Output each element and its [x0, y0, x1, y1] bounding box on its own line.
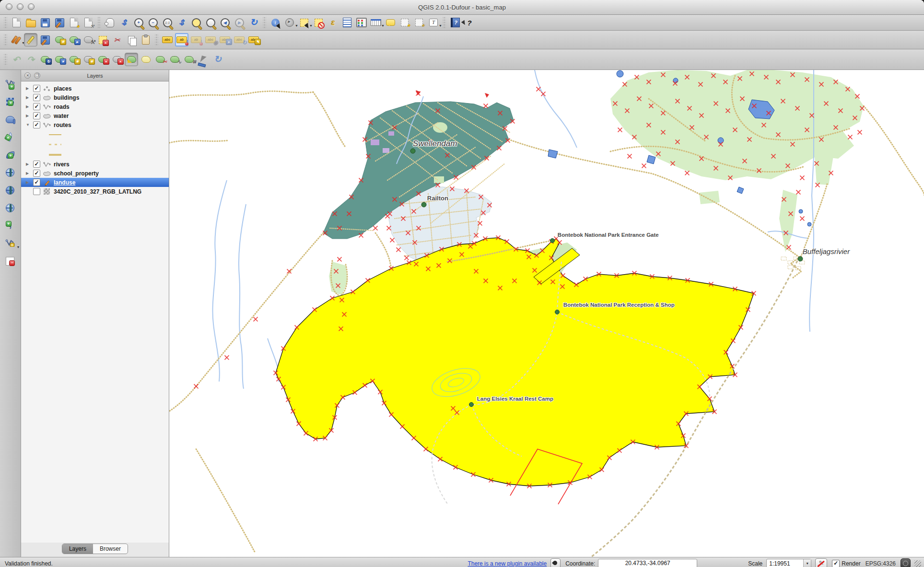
layer-checkbox[interactable]: ✓	[33, 188, 40, 195]
change-label-properties-button[interactable]: abc✎	[247, 33, 260, 46]
pan-map-button[interactable]	[103, 16, 117, 29]
add-mssql-layer-button[interactable]	[2, 148, 18, 162]
identify-features-button[interactable]: i	[269, 16, 282, 29]
expand-icon[interactable]: ▶	[26, 114, 31, 118]
stop-render-button[interactable]: ✎	[815, 558, 827, 567]
tab-layers[interactable]: Layers	[62, 544, 93, 554]
current-edits-button[interactable]: ▼	[10, 33, 23, 46]
layer-checkbox[interactable]: ✓	[33, 94, 40, 101]
layer-checkbox[interactable]: ✓	[33, 103, 40, 110]
remove-layer-button[interactable]	[2, 254, 18, 268]
expand-icon[interactable]: ▶	[26, 95, 31, 100]
zoom-out-button[interactable]: −	[146, 16, 160, 29]
undo-button[interactable]: ↶	[10, 53, 23, 66]
text-annotation-button[interactable]: T▼	[427, 16, 440, 29]
paste-features-button[interactable]	[139, 33, 152, 46]
add-wcs-layer-button[interactable]	[2, 183, 18, 197]
plugin-icon[interactable]	[550, 558, 561, 567]
refresh-map-button[interactable]: ↻	[247, 16, 260, 29]
toggle-editing-button[interactable]	[24, 33, 37, 46]
help-contents-button[interactable]: ?	[448, 16, 462, 29]
zoom-last-button[interactable]: ◀	[218, 16, 232, 29]
new-print-composer-button[interactable]: ★	[67, 16, 81, 29]
delete-part-button[interactable]: ×	[110, 53, 124, 66]
map-tips-button[interactable]	[384, 16, 397, 29]
zoom-to-selection-button[interactable]	[189, 16, 203, 29]
layer-row-buildings[interactable]: ▶ ✓ buildings	[21, 93, 169, 102]
scale-combo[interactable]: 1:19951 ▼	[766, 559, 811, 567]
layer-checkbox[interactable]: ✓	[33, 161, 40, 168]
layer-checkbox[interactable]: ✓	[33, 85, 40, 92]
add-wfs-layer-button[interactable]	[2, 201, 18, 215]
zoom-next-button[interactable]: ▶	[233, 16, 246, 29]
run-feature-action-button[interactable]: ▼	[283, 16, 296, 29]
simplify-feature-button[interactable]: ▾	[53, 53, 66, 66]
add-postgis-layer-button[interactable]	[2, 112, 18, 127]
whats-this-button[interactable]: ?	[463, 16, 476, 29]
field-calculator-button[interactable]	[355, 16, 368, 29]
layer-row-raster[interactable]: ▶ ✓ 3420C_2010_327_RGB_LATLNG	[21, 187, 169, 196]
expand-icon[interactable]: ▶	[26, 180, 31, 185]
layer-checkbox[interactable]: ✓	[33, 112, 40, 119]
delete-selected-button[interactable]: ×	[96, 33, 109, 46]
save-project-button[interactable]	[38, 16, 52, 29]
layer-row-water[interactable]: ▶ ✓ water	[21, 111, 169, 120]
new-bookmark-button[interactable]: ★	[398, 16, 411, 29]
reshape-features-button[interactable]	[125, 53, 138, 66]
add-delimited-text-layer-button[interactable]: ,	[2, 219, 18, 233]
select-features-button[interactable]: ▼	[297, 16, 311, 29]
new-project-button[interactable]	[10, 16, 23, 29]
pan-to-selection-button[interactable]: ⇔	[117, 16, 131, 29]
add-vector-layer-button[interactable]	[2, 77, 18, 91]
split-parts-button[interactable]: ∿	[168, 53, 181, 66]
rotate-label-button[interactable]: abc↻	[233, 33, 246, 46]
zoom-native-button[interactable]: 1:1	[161, 16, 174, 29]
minimize-window-button[interactable]	[17, 3, 23, 10]
merge-features-button[interactable]: ⌗	[182, 53, 196, 66]
tab-browser[interactable]: Browser	[93, 544, 128, 554]
layer-row-routes[interactable]: ▼ ✓ routes	[21, 120, 169, 129]
plugin-update-link[interactable]: There is a new plugin available	[468, 560, 547, 567]
routes-symbol-dashed[interactable]	[21, 139, 169, 150]
labeling-button[interactable]: abc	[161, 33, 174, 46]
layer-checkbox[interactable]: ✓	[33, 170, 40, 177]
split-features-button[interactable]: ✂	[153, 53, 167, 66]
add-part-button[interactable]: ✳	[82, 53, 95, 66]
expand-icon[interactable]: ▶	[26, 104, 31, 109]
pin-label-button[interactable]: ab	[175, 33, 188, 46]
resize-grip[interactable]	[914, 560, 921, 567]
expand-icon[interactable]: ▶	[26, 162, 31, 166]
coordinate-input[interactable]: 20.4733,-34.0967	[598, 559, 697, 567]
close-window-button[interactable]	[6, 3, 12, 10]
layer-row-rivers[interactable]: ▶ ✓ rivers	[21, 160, 169, 169]
layer-row-landuse[interactable]: ▶ ✓ landuse	[21, 178, 169, 187]
open-attribute-table-button[interactable]	[340, 16, 354, 29]
save-layer-edits-button[interactable]	[38, 33, 52, 46]
save-project-as-button[interactable]	[53, 16, 66, 29]
show-bookmarks-button[interactable]: ★	[412, 16, 426, 29]
map-canvas[interactable]: Swellendam Railton Bontebok National Par…	[169, 70, 924, 557]
expand-icon[interactable]: ▶	[26, 86, 31, 91]
select-by-expression-button[interactable]: ε	[326, 16, 339, 29]
open-project-button[interactable]	[24, 16, 37, 29]
deselect-features-button[interactable]	[312, 16, 325, 29]
expand-icon[interactable]: ▶	[26, 171, 31, 175]
cut-features-button[interactable]: ✂	[110, 33, 124, 46]
redo-button[interactable]: ↷	[24, 53, 37, 66]
measure-line-button[interactable]: ▼	[369, 16, 383, 29]
chevron-down-icon[interactable]: ▼	[803, 559, 811, 567]
composer-manager-button[interactable]: ⚒	[82, 16, 95, 29]
unpin-label-button[interactable]: ab	[189, 33, 203, 46]
add-raster-layer-button[interactable]	[2, 94, 18, 109]
routes-symbol-solid[interactable]	[21, 129, 169, 139]
zoom-in-button[interactable]: +	[132, 16, 145, 29]
move-label-button[interactable]: abc▸	[218, 33, 232, 46]
move-feature-button[interactable]: ▸	[67, 33, 81, 46]
rotate-feature-button[interactable]: ↻	[38, 53, 52, 66]
layer-checkbox[interactable]: ✓	[33, 121, 40, 128]
crs-globe-button[interactable]	[901, 558, 911, 567]
layer-checkbox[interactable]: ✓	[33, 179, 40, 186]
delete-ring-button[interactable]: ×	[96, 53, 109, 66]
routes-symbol-thick[interactable]	[21, 150, 169, 160]
zoom-window-button[interactable]	[28, 3, 35, 10]
